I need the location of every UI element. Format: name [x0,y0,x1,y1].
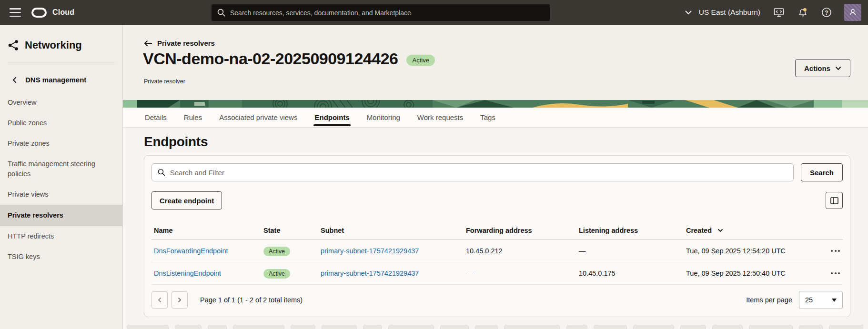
oci-console: Cloud US East (Ashburn) [0,0,868,329]
table-row: DnsListeningEndpoint Active primary-subn… [151,262,843,285]
oracle-logo-icon[interactable] [31,8,47,18]
chevron-left-icon [12,77,17,83]
subnet-link[interactable]: primary-subnet-1757421929437 [321,269,419,277]
endpoints-card: Search Create endpoint Name State Subnet [144,155,850,317]
state-badge: Active [263,247,290,256]
listening-address-value: — [576,247,684,255]
notifications-bell-icon[interactable] [797,7,808,18]
global-search-input[interactable] [230,9,544,17]
decorative-banner [123,100,868,108]
hamburger-menu-icon[interactable] [10,8,21,17]
title-row: VCN-demo-na-02-20250909124426 Active [143,50,435,68]
search-and-filter-field[interactable] [151,163,794,181]
tab-work-requests[interactable]: Work requests [417,108,463,127]
pagination: Page 1 of 1 (1 - 2 of 2 total items) Ite… [151,285,843,317]
items-per-page-select[interactable]: 25 [799,291,843,309]
help-icon[interactable]: ? [821,7,832,18]
top-bar: Cloud US East (Ashburn) [0,0,868,25]
state-badge: Active [263,269,290,279]
row-actions-menu-icon[interactable] [821,250,843,252]
section-heading: Endpoints [144,134,850,150]
svg-text:?: ? [825,10,828,16]
listening-address-value: 10.45.0.175 [576,269,684,277]
items-per-page: Items per page 25 [746,291,843,309]
dropdown-arrow-icon [832,299,837,302]
filter-row: Search [151,163,843,181]
tab-rules[interactable]: Rules [184,108,202,127]
sidebar-item-private-resolvers[interactable]: Private resolvers [0,205,122,226]
create-endpoint-button[interactable]: Create endpoint [151,191,222,209]
search-icon [158,169,165,176]
items-per-page-label: Items per page [746,296,792,304]
user-avatar[interactable] [844,4,861,21]
chevron-down-icon [835,66,841,70]
endpoints-table: Name State Subnet Forwarding address Lis… [151,221,843,285]
actions-button[interactable]: Actions [795,59,850,77]
sidebar-section-dns-management[interactable]: DNS management [0,62,122,84]
pagination-summary: Page 1 of 1 (1 - 2 of 2 total items) [200,296,303,304]
topbar-right: US East (Ashburn) ? [685,0,868,25]
forwarding-address-value: — [464,269,576,277]
status-badge: Active [406,55,434,66]
search-and-filter-input[interactable] [170,169,787,177]
chevron-down-icon [685,10,692,15]
region-label: US East (Ashburn) [699,8,760,17]
person-icon [848,8,857,17]
sidebar-item-public-zones[interactable]: Public zones [0,113,122,133]
resource-type-label: Private resolver [144,78,185,85]
sort-descending-icon [717,229,723,232]
row-actions-menu-icon[interactable] [821,272,843,274]
sidebar: Networking DNS management Overview Publi… [0,25,123,329]
region-selector[interactable]: US East (Ashburn) [685,8,760,17]
networking-icon [8,40,19,51]
sidebar-item-private-views[interactable]: Private views [0,184,122,205]
table-toolbar: Create endpoint [151,191,843,209]
global-search[interactable] [212,4,550,21]
sidebar-title: Networking [0,25,122,51]
chevron-left-icon [158,297,161,303]
tab-monitoring[interactable]: Monitoring [367,108,400,127]
cloud-shell-icon[interactable] [774,7,784,18]
column-header-listening-address[interactable]: Listening address [576,227,684,234]
sidebar-title-label: Networking [25,39,82,51]
sidebar-item-tsig-keys[interactable]: TSIG keys [0,247,122,267]
page-title: VCN-demo-na-02-20250909124426 [143,50,398,68]
back-link-label: Private resolvers [157,39,215,47]
page-header: Private resolvers VCN-demo-na-02-2025090… [123,25,868,100]
table-header-row: Name State Subnet Forwarding address Lis… [151,221,843,240]
column-settings-button[interactable] [826,192,843,209]
sidebar-item-traffic-management[interactable]: Traffic management steering policies [0,154,122,184]
tab-tags[interactable]: Tags [480,108,495,127]
column-header-created[interactable]: Created [684,227,821,234]
tab-endpoints[interactable]: Endpoints [314,108,349,127]
column-header-name[interactable]: Name [151,227,261,234]
sidebar-section-label: DNS management [25,76,86,84]
next-page-button[interactable] [172,291,188,309]
search-icon [217,9,225,17]
previous-page-button[interactable] [151,291,168,309]
created-value: Tue, 09 Sep 2025 12:50:40 UTC [684,269,821,277]
created-value: Tue, 09 Sep 2025 12:54:20 UTC [684,247,821,255]
subnet-link[interactable]: primary-subnet-1757421929437 [321,247,419,255]
tab-bar: Details Rules Associated private views E… [123,108,868,128]
endpoint-name-link[interactable]: DnsForwardingEndpoint [154,247,228,255]
sidebar-item-http-redirects[interactable]: HTTP redirects [0,226,122,247]
sidebar-nav: Overview Public zones Private zones Traf… [0,92,122,267]
actions-button-label: Actions [804,64,830,72]
endpoint-name-link[interactable]: DnsListeningEndpoint [154,269,221,277]
sidebar-item-private-zones[interactable]: Private zones [0,133,122,154]
footer-tiles-peek [127,325,863,329]
column-header-subnet[interactable]: Subnet [318,227,464,234]
search-button[interactable]: Search [801,163,843,181]
sidebar-item-overview[interactable]: Overview [0,92,122,113]
items-per-page-value: 25 [805,296,813,304]
tab-details[interactable]: Details [145,108,167,127]
chevron-right-icon [178,297,182,303]
column-header-state[interactable]: State [261,227,318,234]
column-header-forwarding-address[interactable]: Forwarding address [464,227,576,234]
brand-name: Cloud [52,8,74,17]
tab-associated-private-views[interactable]: Associated private views [219,108,297,127]
back-to-private-resolvers-link[interactable]: Private resolvers [144,39,215,47]
main-area: Private resolvers VCN-demo-na-02-2025090… [123,25,868,329]
arrow-left-icon [144,40,152,47]
